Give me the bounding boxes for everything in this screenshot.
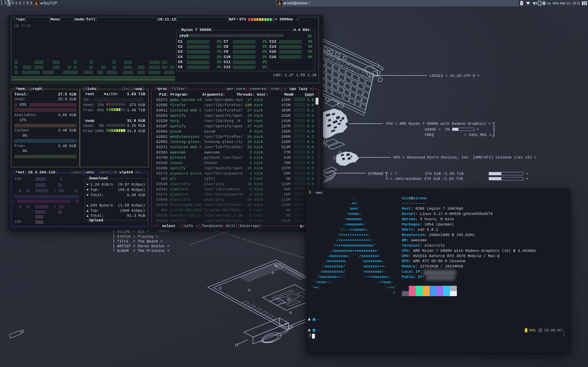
- svg-text:us: us: [547, 1, 551, 5]
